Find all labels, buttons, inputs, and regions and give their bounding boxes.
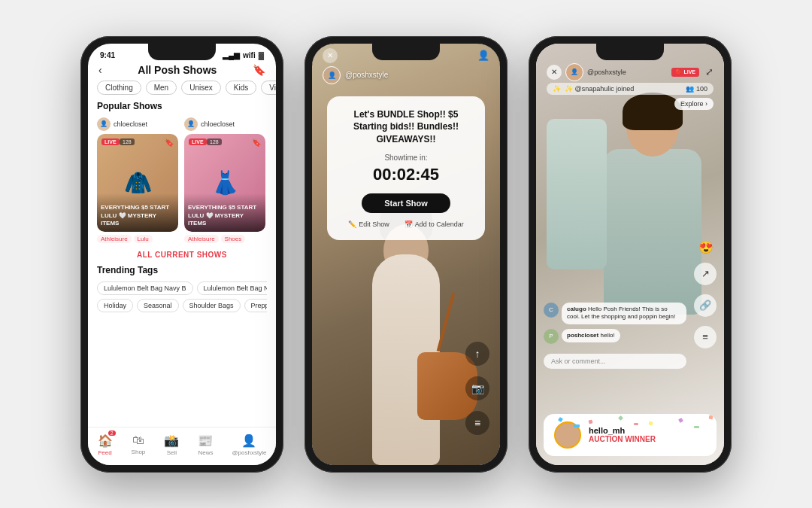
live-badge-2: LIVE [189, 138, 207, 145]
phone-1-content: 9:41 ▂▄▆ wifi ▓ ‹ All Posh Shows 🔖 Cloth… [88, 44, 276, 465]
p2-camera-icon[interactable]: 📷 [465, 376, 489, 400]
p2-person-icon: 👤 [477, 50, 489, 61]
p2-close-button[interactable]: ✕ [323, 48, 338, 63]
filter-chip-clothing[interactable]: Clothing [97, 81, 141, 95]
p2-status-bar: ✕ 👤 [323, 48, 489, 63]
sell-icon: 📸 [164, 433, 179, 448]
p3-comment-input[interactable]: Ask or comment... [544, 354, 686, 369]
filter-chip-kids[interactable]: Kids [226, 81, 256, 95]
show-seller-2: 👤 chloecloset [184, 117, 265, 131]
phone-2-content: ✕ 👤 👤 @poshxstyle Let's BUNDLE Shop!! $5… [312, 44, 500, 465]
phone-2-screen: ✕ 👤 👤 @poshxstyle Let's BUNDLE Shop!! $5… [312, 44, 500, 465]
p2-bottom-icons: ↑ 📷 ≡ [465, 342, 489, 435]
back-button[interactable]: ‹ [98, 64, 102, 76]
live-badge-1: LIVE [102, 138, 120, 145]
phone-1-screen: 9:41 ▂▄▆ wifi ▓ ‹ All Posh Shows 🔖 Cloth… [88, 44, 276, 465]
p2-seller-row: 👤 @poshxstyle [323, 66, 388, 84]
phone-1-notch [148, 44, 216, 60]
viewer-count-1: 128 [120, 138, 135, 145]
p3-live-badge: 🔴 LIVE [671, 68, 699, 77]
start-show-button[interactable]: Start Show [362, 193, 450, 213]
seller-name-1: chloecloset [114, 120, 147, 128]
show-card-2[interactable]: 👤 chloecloset 👗 LIVE 128 🔖 EVERYTHING $5… [184, 117, 265, 243]
shows-row: 👤 chloecloset 🧥 LIVE 128 🔖 EVERYTHING $5… [88, 117, 276, 249]
chat-msg-1: C calugo Hello Posh Friends! This is so … [544, 303, 686, 324]
filter-chip-men[interactable]: Men [146, 81, 177, 95]
seller-avatar-1: 👤 [97, 117, 111, 131]
chat-text-2: hello! [600, 332, 614, 339]
tag-lulubag2[interactable]: Lululemon Belt Bag Nav [197, 281, 267, 295]
p3-auction-username: hello_mh [589, 426, 656, 435]
p3-explore-button[interactable]: Explore › [674, 98, 714, 110]
tag-shoulder[interactable]: Shoulder Bags [183, 299, 241, 312]
nav-shop[interactable]: 🛍 Shop [132, 433, 146, 455]
battery-icon: ▓ [259, 51, 264, 59]
p2-menu-icon[interactable]: ≡ [465, 411, 489, 435]
p3-chat-area: C calugo Hello Posh Friends! This is so … [544, 303, 686, 348]
tag-lulubag1[interactable]: Lululemon Belt Bag Navy B [97, 281, 193, 295]
trending-tags-title: Trending Tags [88, 265, 276, 281]
viewer-count-2: 128 [207, 138, 222, 145]
nav-sell[interactable]: 📸 Sell [164, 433, 179, 456]
p2-overlay-card: Let's BUNDLE Shop!! $5 Starting bids!! B… [327, 96, 485, 240]
p2-card-title: Let's BUNDLE Shop!! $5 Starting bids!! B… [339, 108, 473, 146]
all-current-shows[interactable]: ALL CURRENT SHOWS [88, 249, 276, 265]
show-tags-1: Athleisure Lulu [97, 235, 178, 243]
nav-feed-label: Feed [98, 449, 111, 456]
bottom-nav: 🏠 2 Feed 🛍 Shop 📸 Sell 📰 News [88, 427, 276, 465]
show-bookmark-2[interactable]: 🔖 [252, 138, 261, 147]
edit-show-label: Edit Show [359, 221, 389, 228]
p3-link-icon[interactable]: 🔗 [694, 294, 717, 317]
p3-fullscreen-icon[interactable]: ⤢ [705, 66, 714, 78]
filter-chip-vinta[interactable]: Vinta [261, 81, 276, 95]
p2-edit-show[interactable]: ✏️ Edit Show [348, 221, 389, 228]
p3-seller-name: @poshxstyle [587, 68, 626, 76]
p3-close-button[interactable]: ✕ [547, 65, 562, 80]
status-time: 9:41 [100, 51, 115, 59]
nav-shop-label: Shop [132, 449, 146, 455]
nav-news-label: News [198, 449, 213, 456]
seller-avatar-2: 👤 [184, 117, 198, 131]
show-tag-2-1[interactable]: Shoes [221, 235, 246, 243]
tag-holiday[interactable]: Holiday [97, 299, 133, 312]
p3-person-body [604, 149, 701, 315]
tag-seasonal[interactable]: Seasonal [137, 299, 179, 312]
star-icon: ✨ [553, 85, 561, 93]
p3-share-icon[interactable]: ↗ [694, 263, 717, 285]
nav-profile[interactable]: 👤 @poshxstyle [232, 433, 266, 456]
p2-showtime-label: Showtime in: [339, 154, 473, 162]
chat-msg-2: P poshcloset hello! [544, 329, 686, 344]
feed-badge: 2 [108, 430, 116, 436]
phone-3-content: ✕ 👤 @poshxstyle 🔴 LIVE ⤢ ✨ ✨ @snapahulic… [536, 44, 724, 465]
show-image-1[interactable]: 🧥 LIVE 128 🔖 EVERYTHING $5 START LULU 🤍 … [97, 134, 178, 232]
p3-menu-icon[interactable]: ≡ [694, 326, 717, 348]
show-tag-2-0[interactable]: Athleisure [184, 235, 219, 243]
p3-auction-card: hello_mh AUCTION WINNER [544, 414, 717, 456]
edit-icon: ✏️ [348, 221, 356, 228]
show-image-2[interactable]: 👗 LIVE 128 🔖 EVERYTHING $5 START LULU 🤍 … [184, 134, 265, 232]
p2-add-calendar[interactable]: 📅 Add to Calendar [404, 221, 464, 228]
profile-icon: 👤 [241, 433, 256, 448]
show-bookmark-1[interactable]: 🔖 [165, 138, 174, 147]
chat-avatar-1: C [544, 303, 559, 318]
p3-left-header: ✕ 👤 @poshxstyle [547, 63, 626, 81]
phone-3-screen: ✕ 👤 @poshxstyle 🔴 LIVE ⤢ ✨ ✨ @snapahulic… [536, 44, 724, 465]
seller-name-2: chloecloset [201, 120, 235, 128]
bookmark-icon[interactable]: 🔖 [253, 64, 265, 76]
filter-chip-unisex[interactable]: Unisex [181, 81, 221, 95]
p2-share-icon[interactable]: ↑ [465, 342, 489, 366]
show-seller-1: 👤 chloecloset [97, 117, 178, 131]
p3-notification: ✨ ✨ @snapahulic joined 👥 100 [547, 83, 714, 95]
show-tag-1-0[interactable]: Athleisure [97, 235, 132, 243]
tag-preppy[interactable]: Preppy [244, 299, 267, 312]
show-tag-1-1[interactable]: Lulu [134, 235, 153, 243]
show-card-1[interactable]: 👤 chloecloset 🧥 LIVE 128 🔖 EVERYTHING $5… [97, 117, 178, 243]
chat-user-2: poshcloset [567, 332, 598, 339]
nav-feed[interactable]: 🏠 2 Feed [98, 433, 113, 456]
nav-news[interactable]: 📰 News [198, 433, 213, 456]
nav-profile-label: @poshxstyle [232, 449, 266, 456]
p3-viewers-badge: 👥 100 [686, 85, 707, 93]
p3-emoji-float: 😍 [698, 240, 714, 254]
show-caption-2: EVERYTHING $5 START LULU 🤍 MYSTERY ITEMS [184, 193, 265, 231]
p2-seller-name: @poshxstyle [345, 71, 388, 79]
